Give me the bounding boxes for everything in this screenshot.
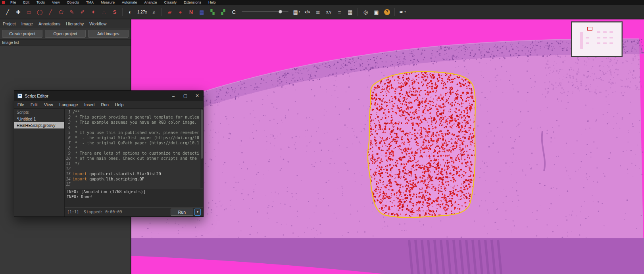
slide-canvas[interactable] bbox=[131, 19, 644, 274]
console-line: INFO: Done! bbox=[67, 194, 201, 199]
code-line[interactable]: 1/** bbox=[65, 109, 203, 115]
maximize-button[interactable]: ▢ bbox=[179, 91, 191, 101]
tab-workflow[interactable]: Workflow bbox=[87, 19, 109, 28]
script-menu-file[interactable]: File bbox=[14, 102, 27, 107]
toolbar: ╱✚▭◯╱⬠✎✐✦∴S◐1.27x⌕▰●N▦▚▞C▦▾</>≣x,y≡▦◎▣?✒… bbox=[0, 5, 644, 19]
code-line[interactable]: 4 * bbox=[65, 125, 203, 130]
location-icon[interactable]: x,y bbox=[323, 7, 334, 17]
line-tool-icon[interactable]: ╱ bbox=[45, 7, 56, 17]
menu-view[interactable]: View bbox=[48, 0, 63, 5]
brightness-contrast-icon[interactable]: ◐ bbox=[125, 7, 135, 17]
brush-tool-icon[interactable]: ✐ bbox=[77, 7, 88, 17]
show-connections-icon[interactable]: C bbox=[229, 7, 239, 17]
show-detections-icon[interactable]: ▚ bbox=[207, 7, 217, 17]
script-menu-help[interactable]: Help bbox=[112, 102, 127, 107]
code-line[interactable]: 15 bbox=[65, 182, 203, 187]
menu-automate[interactable]: Automate bbox=[118, 0, 141, 5]
script-menu-language[interactable]: Language bbox=[56, 102, 81, 107]
show-names-icon[interactable]: N bbox=[186, 7, 196, 17]
measurement-list-icon[interactable]: ≡ bbox=[334, 7, 344, 17]
menu-analyze[interactable]: Analyze bbox=[140, 0, 160, 5]
rectangle-tool-icon[interactable]: ▭ bbox=[24, 7, 34, 17]
code-line[interactable]: 11 */ bbox=[65, 161, 203, 166]
code-line[interactable]: 10 * of the main ones. Check out other s… bbox=[65, 156, 203, 161]
overview-map[interactable] bbox=[572, 22, 622, 56]
code-line[interactable]: 3 * This example assumes you have an RGB… bbox=[65, 120, 203, 125]
slider-handle[interactable] bbox=[279, 10, 282, 13]
script-menu-view[interactable]: View bbox=[41, 102, 56, 107]
minimize-button[interactable]: – bbox=[167, 91, 179, 101]
menu-tma[interactable]: TMA bbox=[83, 0, 97, 5]
create-project-button[interactable]: Create project bbox=[2, 30, 42, 38]
add-images-button[interactable]: Add images bbox=[88, 30, 129, 38]
tissue-thumbnail-mark bbox=[603, 37, 607, 38]
help-icon[interactable]: ? bbox=[382, 7, 392, 17]
script-menu-insert[interactable]: Insert bbox=[81, 102, 98, 107]
tab-project[interactable]: Project bbox=[0, 19, 19, 28]
polyline-tool-icon[interactable]: ✎ bbox=[67, 7, 77, 17]
menu-measure[interactable]: Measure bbox=[97, 0, 118, 5]
points-tool-icon[interactable]: ∴ bbox=[99, 7, 109, 17]
line-number: 9 bbox=[65, 151, 73, 156]
measurement-table-icon[interactable]: ▦ bbox=[345, 7, 355, 17]
code-line[interactable]: 8 * bbox=[65, 146, 203, 151]
line-number: 10 bbox=[65, 156, 73, 161]
viewer[interactable] bbox=[131, 19, 644, 274]
pin-tool-icon[interactable]: ✒▾ bbox=[397, 7, 408, 17]
line-number: 2 bbox=[65, 115, 73, 120]
ellipse-tool-icon[interactable]: ◯ bbox=[35, 7, 45, 17]
script-list-item[interactable]: RealHEScript.groovy bbox=[14, 122, 64, 128]
script-editor-title: Script Editor bbox=[25, 94, 167, 98]
run-options-button[interactable]: ▾ bbox=[194, 209, 201, 216]
wand-tool-icon[interactable]: ✦ bbox=[88, 7, 98, 17]
polygon-tool-icon[interactable]: ⬠ bbox=[56, 7, 66, 17]
code-line[interactable]: 9 * There are lots of options to customi… bbox=[65, 151, 203, 156]
code-line[interactable]: 13import qupath.ext.stardist.StarDist2D bbox=[65, 171, 203, 176]
code-line[interactable]: 2 * This script provides a general templ… bbox=[65, 115, 203, 120]
code-scrollbar-thumb[interactable] bbox=[201, 109, 203, 159]
viewport-rect[interactable] bbox=[587, 27, 592, 31]
line-number: 13 bbox=[65, 171, 73, 176]
menu-extensions[interactable]: Extensions bbox=[180, 0, 205, 5]
close-button[interactable]: ✕ bbox=[191, 91, 203, 101]
script-editor-icon[interactable]: </> bbox=[302, 7, 312, 17]
tab-hierarchy[interactable]: Hierarchy bbox=[63, 19, 87, 28]
menu-objects[interactable]: Objects bbox=[63, 0, 83, 5]
line-number: 6 bbox=[65, 135, 73, 140]
script-menu-run[interactable]: Run bbox=[98, 102, 112, 107]
menu-edit[interactable]: Edit bbox=[20, 0, 33, 5]
move-tool-icon[interactable]: ✚ bbox=[13, 7, 23, 17]
menu-help[interactable]: Help bbox=[205, 0, 219, 5]
menu-file[interactable]: File bbox=[7, 0, 20, 5]
pen-tool-icon[interactable]: ╱ bbox=[2, 7, 13, 17]
code-line[interactable]: 7 * - the original QuPath paper (https:/… bbox=[65, 140, 203, 146]
workflow-list-icon[interactable]: ≣ bbox=[313, 7, 323, 17]
code-line[interactable]: 12 bbox=[65, 166, 203, 171]
code-line[interactable]: 14import qupath.lib.scripting.QP bbox=[65, 176, 203, 182]
script-list-item[interactable]: *Untitled 1 bbox=[14, 116, 64, 122]
overview-toggle-icon[interactable]: ▣ bbox=[371, 7, 381, 17]
script-menu-edit[interactable]: Edit bbox=[27, 102, 41, 107]
line-number: 7 bbox=[65, 140, 73, 146]
open-project-button[interactable]: Open project bbox=[45, 30, 85, 38]
script-editor-titlebar[interactable]: Script Editor –▢✕ bbox=[14, 91, 203, 101]
show-annotations-icon[interactable]: ▰ bbox=[164, 7, 175, 17]
code-editor[interactable]: 1/**2 * This script provides a general t… bbox=[65, 109, 203, 188]
opacity-slider[interactable] bbox=[242, 7, 288, 17]
point-counting-icon[interactable]: ◎ bbox=[360, 7, 371, 17]
script-editor-app-icon bbox=[17, 94, 22, 98]
menu-classify[interactable]: Classify bbox=[161, 0, 181, 5]
tab-image[interactable]: Image bbox=[19, 19, 36, 28]
tma-grid-icon[interactable]: ▦ bbox=[196, 7, 207, 17]
menu-tools[interactable]: Tools bbox=[33, 0, 48, 5]
fill-annotations-icon[interactable]: ● bbox=[175, 7, 185, 17]
code-line[interactable]: 5 * If you use this in published work, p… bbox=[65, 130, 203, 135]
fill-detections-icon[interactable]: ▞ bbox=[218, 7, 228, 17]
tab-annotations[interactable]: Annotations bbox=[36, 19, 63, 28]
grid-overlay-icon[interactable]: ▦▾ bbox=[291, 7, 302, 17]
run-button[interactable]: Run bbox=[171, 209, 193, 216]
code-scrollbar[interactable] bbox=[200, 109, 203, 188]
selection-mode-icon[interactable]: S bbox=[110, 7, 120, 17]
zoom-magnifier-icon[interactable]: ⌕ bbox=[149, 7, 159, 17]
code-line[interactable]: 6 * - the original StarDist paper (https… bbox=[65, 135, 203, 140]
